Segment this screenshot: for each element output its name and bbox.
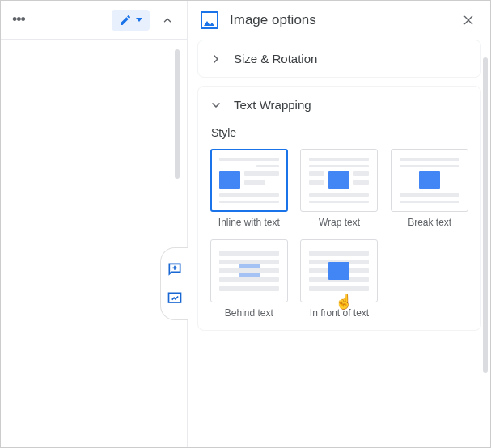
wrap-style-grid: Inline with text xyxy=(210,149,469,319)
document-scrollbar[interactable] xyxy=(175,49,180,179)
blue-square-icon xyxy=(328,262,349,280)
section-title: Size & Rotation xyxy=(234,52,317,66)
wrap-option-label: Break text xyxy=(408,217,451,228)
toolbar-fragment: ••• xyxy=(1,1,187,40)
collapse-toolbar-button[interactable] xyxy=(156,9,179,32)
chevron-down-icon xyxy=(136,18,142,22)
blue-square-icon xyxy=(419,171,440,189)
wrap-tile-behind xyxy=(210,239,288,302)
style-subheading: Style xyxy=(211,126,469,139)
wrap-option-label: Behind text xyxy=(225,307,273,319)
document-area[interactable] xyxy=(1,40,172,448)
section-title: Text Wrapping xyxy=(234,98,311,112)
wrap-option-behind[interactable]: Behind text xyxy=(210,239,289,319)
chevron-up-icon xyxy=(162,15,173,26)
wrap-tile-infront xyxy=(300,239,378,302)
wrap-tile-break xyxy=(391,149,468,212)
wrap-option-label: In front of text xyxy=(310,307,369,319)
wrap-tile-inline xyxy=(210,149,288,212)
wrap-option-wrap[interactable]: Wrap text xyxy=(300,149,379,228)
add-comment-icon[interactable] xyxy=(167,261,183,277)
chevron-right-icon xyxy=(210,53,222,66)
close-panel-button[interactable] xyxy=(459,11,478,30)
section-text-wrapping: Text Wrapping Style xyxy=(197,86,481,331)
editing-mode-button[interactable] xyxy=(112,10,150,31)
blue-square-icon xyxy=(328,171,349,189)
blue-square-icon xyxy=(219,171,240,189)
wrap-tile-wrap xyxy=(300,149,378,212)
wrap-option-infront[interactable]: In front of text xyxy=(300,239,379,319)
section-text-wrapping-header[interactable]: Text Wrapping xyxy=(210,98,469,112)
wrap-option-label: Wrap text xyxy=(319,217,360,228)
wrap-option-label: Inline with text xyxy=(218,217,280,228)
panel-scrollbar[interactable] xyxy=(483,57,488,373)
panel-header: Image options xyxy=(188,1,491,40)
section-size-rotation[interactable]: Size & Rotation xyxy=(197,40,481,78)
wrap-option-break[interactable]: Break text xyxy=(390,149,469,228)
suggest-edits-icon[interactable] xyxy=(167,290,183,306)
pencil-icon xyxy=(119,14,132,27)
wrap-option-inline[interactable]: Inline with text xyxy=(210,149,289,228)
more-horizontal-icon[interactable]: ••• xyxy=(12,11,25,28)
floating-tool-pill xyxy=(160,247,188,320)
close-icon xyxy=(462,14,475,27)
chevron-down-icon xyxy=(210,99,222,112)
image-options-panel: Image options Size & Rotation Text Wrapp… xyxy=(187,1,491,448)
image-icon xyxy=(201,11,218,29)
panel-title: Image options xyxy=(230,12,316,28)
